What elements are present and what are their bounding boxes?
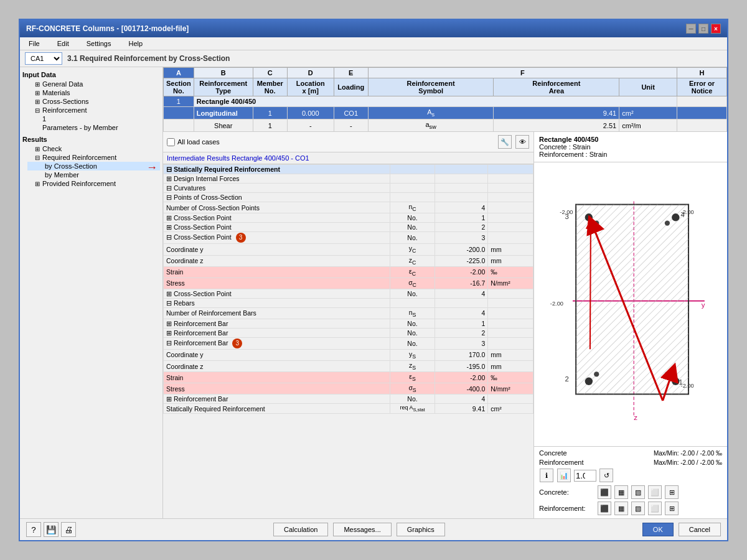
header-loading: Loading xyxy=(334,78,368,96)
cell-unit xyxy=(488,307,533,319)
maximize-button[interactable]: □ xyxy=(698,24,708,34)
reinforcement-info-row: Reinforcement Max/Min: -2.00 / -2.00 ‰ xyxy=(539,459,722,466)
cell-label: ⊞ Design Internal Forces xyxy=(164,174,390,184)
breadcrumb: 3.1 Required Reinforcement by Cross-Sect… xyxy=(67,54,230,63)
cell-label: Coordinate z xyxy=(164,361,390,372)
table-row: Statically Required Reinforcement req AS… xyxy=(164,404,533,414)
cell-unit xyxy=(488,193,533,202)
filter-button[interactable]: 🔧 xyxy=(498,135,512,149)
sidebar-item-by-cross-section[interactable]: by Cross-Section → xyxy=(27,162,160,170)
zoom-input[interactable] xyxy=(574,470,596,482)
cell-label: ⊞ Reinforcement Bar xyxy=(164,328,390,337)
table-row: Coordinate y yC -200.0 mm xyxy=(164,244,533,255)
reinforcement-values: Max/Min: -2.00 / -2.00 ‰ xyxy=(654,459,722,466)
cell-label: ⊟ Cross-Section Point 3 xyxy=(164,232,390,244)
print-button[interactable]: 🖨 xyxy=(61,522,76,537)
sidebar-item-reinforcement-1[interactable]: 1 xyxy=(27,114,160,123)
ok-button[interactable]: OK xyxy=(642,523,674,536)
cell-sym: zC xyxy=(390,255,435,266)
header-area: ReinforcementArea xyxy=(494,78,619,96)
view-button[interactable]: 👁 xyxy=(515,135,529,149)
concrete-btn4[interactable]: ⬜ xyxy=(648,485,662,499)
cell-val: -2.00 xyxy=(435,266,488,278)
concrete-btn5[interactable]: ⊞ xyxy=(665,485,679,499)
title-bar: RF-CONCRETE Columns - [001712-model-file… xyxy=(20,20,727,37)
cell-empty2 xyxy=(164,119,194,132)
all-load-cases-checkbox[interactable] xyxy=(167,138,175,146)
cell-empty xyxy=(164,107,194,119)
cell-sym: No. xyxy=(390,213,435,223)
export-button[interactable]: 📊 xyxy=(557,469,571,482)
collapse-icon: ⊟ xyxy=(166,339,174,347)
sidebar-item-check[interactable]: ⊞ Check xyxy=(27,144,160,153)
sidebar-item-by-member[interactable]: by Member xyxy=(27,170,160,179)
save-button[interactable]: 💾 xyxy=(44,522,59,537)
sidebar-item-required-reinforcement[interactable]: ⊟ Required Reinforcement xyxy=(27,153,160,162)
info-button[interactable]: ℹ xyxy=(540,469,553,482)
cell-area1: 9.41 xyxy=(494,107,619,119)
rebar-btn2[interactable]: ▦ xyxy=(614,502,628,515)
cell-unit: mm xyxy=(488,255,533,266)
rebar-btn1[interactable]: ⬛ xyxy=(598,502,611,515)
cell-sym: σC xyxy=(390,278,435,289)
cell-sym xyxy=(390,184,435,193)
cell-unit: mm xyxy=(488,361,533,372)
expand-icon: ⊞ xyxy=(166,320,174,327)
concrete-info-row: Concrete Max/Min: -2.00 / -2.00 ‰ xyxy=(539,449,722,457)
cell-val: 3 xyxy=(435,337,488,349)
expand-icon: ⊞ xyxy=(166,290,174,297)
cell-sym: req AS,stat xyxy=(390,404,435,414)
results-group: ⊞ Check ⊟ Required Reinforcement by Cros… xyxy=(22,144,160,188)
concrete-btn1[interactable]: ⬛ xyxy=(598,485,611,499)
col-b-header: B xyxy=(194,68,253,78)
dim-bottom-right: -2.00 xyxy=(681,383,694,390)
header-member-no: MemberNo. xyxy=(253,78,287,96)
messages-button[interactable]: Messages... xyxy=(333,523,391,536)
cell-val: -16.7 xyxy=(435,278,488,289)
toolbar-icons: 🔧 👁 xyxy=(497,134,530,149)
sidebar-item-provided-reinforcement[interactable]: ⊞ Provided Reinforcement xyxy=(27,179,160,188)
cell-unit xyxy=(488,394,533,404)
results-section: Results xyxy=(22,134,160,144)
rebar-btn3[interactable]: ▧ xyxy=(631,502,645,515)
rebar-top-left xyxy=(585,213,593,221)
rebar-bottom-left xyxy=(585,378,593,385)
menu-settings[interactable]: Settings xyxy=(83,39,115,49)
cell-sym: zS xyxy=(390,361,435,372)
cell-val: 2 xyxy=(435,223,488,232)
menu-help[interactable]: Help xyxy=(125,39,146,49)
calculation-button[interactable]: Calculation xyxy=(273,523,328,536)
rebar-btn5[interactable]: ⊞ xyxy=(665,502,679,515)
window-title: RF-CONCRETE Columns - [001712-model-file… xyxy=(26,24,189,33)
results-toolbar: All load cases 🔧 👁 xyxy=(163,132,533,152)
table-row: Coordinate z zS -195.0 mm xyxy=(164,361,533,372)
concrete-btn3[interactable]: ▧ xyxy=(631,485,645,499)
cell-section-no: 1 xyxy=(164,96,194,107)
graphics-button[interactable]: Graphics xyxy=(397,523,445,536)
cell-error xyxy=(677,96,727,107)
table-row-stress-highlighted: Stress σC -16.7 N/mm² xyxy=(164,278,533,289)
menu-edit[interactable]: Edit xyxy=(54,39,73,49)
header-unit: Unit xyxy=(619,78,677,96)
sidebar-item-cross-sections[interactable]: ⊞ Cross-Sections xyxy=(27,97,160,106)
close-button[interactable]: × xyxy=(711,24,721,34)
inner-rebar-4 xyxy=(665,372,670,377)
sidebar-item-reinforcement[interactable]: ⊟ Reinforcement xyxy=(27,106,160,114)
zoom-reset-button[interactable]: ↺ xyxy=(599,469,613,482)
concrete-btn2[interactable]: ▦ xyxy=(614,485,628,499)
content-split: All load cases 🔧 👁 Intermediate Results … xyxy=(163,132,727,518)
sidebar-item-parameters-by-member[interactable]: Parameters - by Member xyxy=(27,123,160,132)
sidebar-item-general-data[interactable]: ⊞ General Data xyxy=(27,80,160,88)
rebar-top-right xyxy=(672,213,679,221)
cell-sym xyxy=(390,165,435,174)
cell-label: Coordinate y xyxy=(164,349,390,360)
minimize-button[interactable]: ─ xyxy=(686,24,696,34)
cancel-button[interactable]: Cancel xyxy=(679,523,721,536)
sidebar-item-materials[interactable]: ⊞ Materials xyxy=(27,88,160,97)
cell-val: 1 xyxy=(435,213,488,223)
scrollable-results[interactable]: ⊟ Statically Required Reinforcement xyxy=(163,164,533,518)
menu-file[interactable]: File xyxy=(25,39,44,49)
rebar-btn4[interactable]: ⬜ xyxy=(648,502,662,515)
help-button[interactable]: ? xyxy=(26,522,41,537)
case-selector[interactable]: CA1 xyxy=(25,52,62,65)
